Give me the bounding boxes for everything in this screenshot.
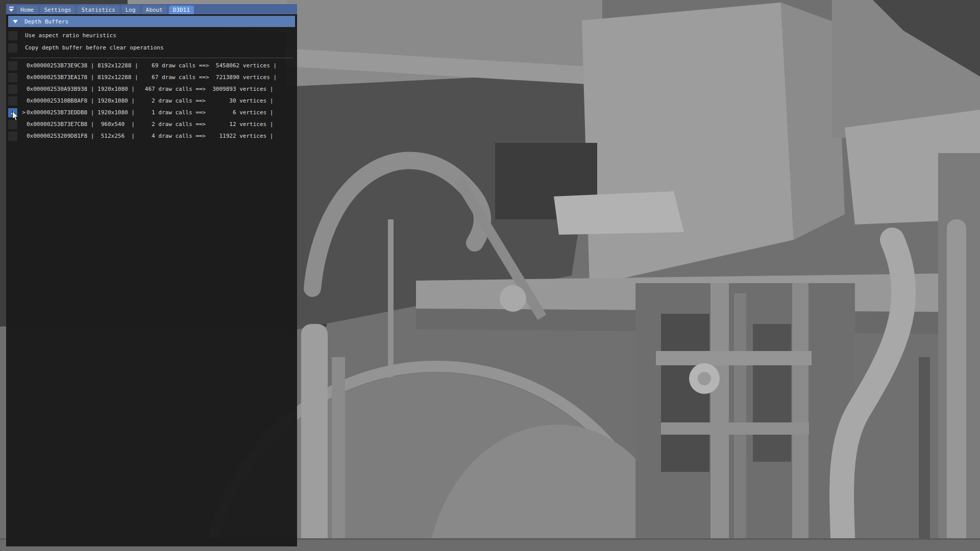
depth-buffer-info: 0x00000253B73EDDB8 | 980x551 | 1 draw …: [27, 109, 273, 116]
depth-buffer-row: 0x00000253209D81F8 | 512x256 | 4 draw ca…: [8, 130, 297, 142]
tab-d3d11[interactable]: D3D11: [169, 6, 194, 14]
depth-buffer-info: 0x000002530A93B938 | 980x551 | 467 dra…: [27, 86, 273, 92]
selected-marker: >: [21, 109, 27, 116]
depth-buffer-list: 0x00000253B73E9C38 | 8192x12288 | 69 dra…: [6, 60, 297, 142]
tab-home[interactable]: Home: [16, 6, 38, 14]
selected-marker: [21, 121, 27, 128]
depth-buffer-checkbox[interactable]: [8, 85, 17, 94]
overlay-tab-bar: HomeSettingsStatisticsLogAboutD3D11: [6, 4, 297, 14]
depth-buffer-row: 0x000002530A93B938 | 980x551 | 467 dra…: [8, 83, 297, 95]
depth-buffer-checkbox[interactable]: [8, 61, 17, 70]
depth-buffer-info: 0x00000253B73EA178 | 8192x12288 | 67 dra…: [27, 74, 277, 81]
depth-buffer-info: 0x0000025310BB8AF8 | 980x551 | 2 draw …: [27, 97, 273, 104]
tab-list: HomeSettingsStatisticsLogAboutD3D11: [16, 4, 196, 14]
options-list: Use aspect ratio heuristics Copy depth b…: [6, 31, 297, 53]
selected-marker: [21, 133, 27, 139]
option-checkbox[interactable]: [8, 43, 17, 53]
option-label: Use aspect ratio heuristics: [25, 32, 116, 39]
depth-buffer-checkbox[interactable]: [8, 132, 17, 141]
selected-marker: [21, 62, 27, 69]
separator: [10, 58, 293, 58]
option-row: Use aspect ratio heuristics: [8, 31, 297, 40]
depth-buffers-panel[interactable]: Depth Buffers Use aspect ratio heuristic…: [6, 14, 297, 546]
depth-buffer-info: 0x00000253B73E7CB8 | 960x540 | 2 draw ca…: [27, 121, 273, 128]
tab-statistics[interactable]: Statistics: [77, 6, 119, 14]
collapse-arrow-icon: [13, 20, 18, 23]
tab-about[interactable]: About: [142, 6, 167, 14]
depth-buffer-row: ✓ > 0x00000253B73EDDB8 | 980x551 | 1 d…: [8, 107, 297, 118]
selected-marker: [21, 86, 27, 92]
depth-buffer-row: 0x00000253B73E7CB8 | 960x540 | 2 draw ca…: [8, 118, 297, 130]
depth-buffer-row: 0x0000025310BB8AF8 | 980x551 | 2 draw …: [8, 95, 297, 107]
depth-buffer-info: 0x00000253209D81F8 | 512x256 | 4 draw ca…: [27, 133, 273, 139]
panel-title: Depth Buffers: [24, 18, 68, 25]
mouse-cursor-icon: [12, 111, 19, 121]
depth-buffer-checkbox[interactable]: [8, 96, 17, 106]
option-label: Copy depth buffer before clear operation…: [25, 44, 164, 51]
depth-buffer-checkbox[interactable]: [8, 73, 17, 82]
collapse-window-button[interactable]: [6, 4, 16, 14]
option-checkbox[interactable]: [8, 31, 17, 40]
depth-buffer-row: 0x00000253B73EA178 | 8192x12288 | 67 dra…: [8, 71, 297, 83]
selected-marker: [21, 97, 27, 104]
tab-log[interactable]: Log: [121, 6, 140, 14]
option-row: Copy depth buffer before clear operation…: [8, 43, 297, 53]
depth-buffers-header[interactable]: Depth Buffers: [8, 16, 295, 27]
depth-buffer-info: 0x00000253B73E9C38 | 8192x12288 | 69 dra…: [27, 62, 277, 69]
selected-marker: [21, 74, 27, 81]
tab-settings[interactable]: Settings: [40, 6, 76, 14]
depth-buffer-row: 0x00000253B73E9C38 | 8192x12288 | 69 dra…: [8, 60, 297, 71]
collapse-arrow-icon: [9, 7, 14, 8]
